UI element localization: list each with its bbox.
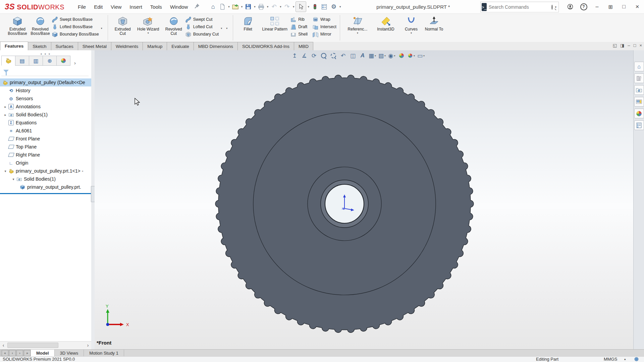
rib-button[interactable]: Rib (290, 16, 308, 23)
tree-item-history[interactable]: ⟲ History (0, 86, 91, 95)
tab-model[interactable]: Model (31, 350, 55, 357)
save-button[interactable] (244, 2, 253, 11)
tree-item-imported-part[interactable]: ▾ primary_output_pulley.prt.1<1> - (0, 167, 91, 175)
reference-caret-icon[interactable]: ▾ (343, 32, 372, 35)
expander-icon[interactable]: ▾ (3, 169, 8, 173)
edit-appearance-icon[interactable] (398, 52, 405, 60)
propertymanager-tab[interactable]: ▤ (15, 56, 29, 66)
linear-pattern-button[interactable]: Linear Pattern (259, 14, 290, 32)
menu-view[interactable]: View (107, 4, 125, 10)
mirror-button[interactable]: Mirror (312, 31, 336, 38)
hide-show-items-icon[interactable]: ◉ (388, 52, 395, 60)
swept-cut-button[interactable]: Swept Cut (185, 16, 219, 23)
redo-dropdown-icon[interactable]: ▾ (293, 5, 294, 8)
last-tab-button[interactable]: » (24, 350, 31, 356)
print-dropdown-icon[interactable]: ▾ (267, 5, 269, 8)
zoom-to-fit-icon[interactable] (320, 52, 327, 60)
print-button[interactable] (257, 2, 266, 11)
expander-icon[interactable]: ▾ (11, 177, 16, 181)
tab-3d-views[interactable]: 3D Views (55, 350, 84, 357)
file-properties-button[interactable] (320, 2, 329, 11)
cut-flyout-caret2-icon[interactable]: ▾ (224, 27, 229, 30)
annotation-views-icon[interactable]: A (359, 52, 366, 60)
model-canvas[interactable]: Y X (95, 50, 633, 349)
menu-tools[interactable]: Tools (146, 4, 166, 10)
tab-mbd[interactable]: MBD (294, 42, 313, 50)
rollback-bar[interactable] (0, 193, 91, 194)
view-orientation-icon[interactable]: ▦ (369, 52, 376, 60)
search-input[interactable] (487, 4, 551, 10)
tree-root-item[interactable]: primary_output_pulley (Default<<De (0, 78, 91, 86)
tree-horizontal-scrollbar[interactable]: ‹ › (0, 341, 91, 349)
section-view-icon[interactable]: ◫ (349, 52, 357, 60)
intersect-button[interactable]: Intersect (312, 23, 336, 31)
undo-button[interactable]: ↶ (270, 2, 278, 11)
shell-button[interactable]: Shell (290, 31, 308, 38)
home-button[interactable]: ⌂ (209, 2, 217, 11)
user-account-icon[interactable] (564, 0, 577, 13)
normal-to-button[interactable]: Normal To (423, 14, 445, 32)
design-library-button[interactable] (634, 73, 644, 83)
tree-item-equations[interactable]: Σ Equations (0, 119, 91, 127)
units-selector[interactable]: MMGS (604, 357, 617, 362)
tab-sketch[interactable]: Sketch (28, 42, 51, 50)
scroll-thumb[interactable] (7, 343, 58, 348)
save-dropdown-icon[interactable]: ▾ (254, 5, 256, 8)
search-dropdown-icon[interactable]: ▾ (555, 5, 556, 9)
minimize-button[interactable]: – (590, 0, 604, 13)
tab-evaluate[interactable]: Evaluate (167, 42, 194, 50)
search-icon[interactable] (551, 5, 553, 10)
measure-icon[interactable]: ∡ (301, 52, 308, 60)
pane-right-icon[interactable]: ◨ (620, 43, 624, 48)
tab-markup[interactable]: Markup (143, 42, 167, 50)
previous-view-icon[interactable]: ↶ (339, 52, 347, 60)
tree-item-front-plane[interactable]: Front Plane (0, 135, 91, 143)
view-settings-icon[interactable]: ▭ (417, 52, 425, 60)
tab-solidworks-add-ins[interactable]: SOLIDWORKS Add-Ins (237, 42, 294, 50)
new-document-button[interactable] (218, 2, 227, 11)
draft-button[interactable]: Draft (290, 23, 308, 31)
tree-item-top-plane[interactable]: Top Plane (0, 143, 91, 151)
select-tool-button[interactable] (296, 1, 306, 12)
units-caret-icon[interactable]: ▴ (624, 357, 626, 361)
boundary-cut-button[interactable]: Boundary Cut (185, 31, 219, 38)
menu-file[interactable]: File (74, 4, 90, 10)
scroll-left-icon[interactable]: ‹ (0, 343, 7, 348)
close-button[interactable]: × (631, 0, 644, 13)
extruded-boss-base-button[interactable]: Extruded Boss/Base (6, 14, 29, 36)
lofted-boss-base-button[interactable]: Lofted Boss/Base (52, 23, 99, 31)
dimxpertmanager-tab[interactable]: ⊕ (43, 56, 57, 66)
instant3d-button[interactable]: Instant3D (372, 14, 400, 32)
status-tag-icon[interactable] (634, 357, 639, 362)
tree-item-solid-bodies-child[interactable]: ▾ Solid Bodies(1) (0, 175, 91, 183)
file-explorer-button[interactable] (634, 85, 644, 95)
apply-scene-icon[interactable] (408, 52, 415, 60)
menu-insert[interactable]: Insert (125, 4, 146, 10)
curves-button[interactable]: Curves ▾ (400, 14, 423, 35)
appearances-button[interactable] (634, 109, 644, 118)
rebuild-button[interactable] (311, 2, 319, 11)
display-style-icon[interactable]: ▧ (378, 52, 386, 60)
doc-close-button[interactable]: × (639, 43, 642, 48)
first-tab-button[interactable]: « (2, 350, 8, 356)
tree-item-annotations[interactable]: ▸ A Annotations (0, 103, 91, 111)
tab-motion-study-1[interactable]: Motion Study 1 (84, 350, 124, 357)
swept-boss-base-button[interactable]: Swept Boss/Base (52, 16, 99, 23)
hole-wizard-button[interactable]: Hole Wizard ▾ (134, 14, 162, 35)
tab-features[interactable]: Features (0, 42, 28, 50)
scroll-right-icon[interactable]: › (85, 343, 91, 348)
pane-left-icon[interactable]: ◱ (613, 43, 617, 48)
panel-grip[interactable]: ● ● ● (29, 52, 62, 56)
revolved-boss-base-button[interactable]: Revolved Boss/Base (29, 14, 52, 36)
doc-restore-button[interactable]: □ (634, 43, 636, 48)
open-button[interactable] (231, 2, 240, 11)
menu-pin-icon[interactable] (194, 3, 200, 10)
displaymanager-tab[interactable] (56, 56, 70, 66)
panel-flyout-icon[interactable]: › (74, 60, 76, 66)
window-layout-button[interactable]: ⊞ (604, 0, 617, 13)
open-dropdown-icon[interactable]: ▾ (241, 5, 243, 8)
help-icon[interactable]: ? (577, 0, 590, 13)
tree-item-body[interactable]: primary_output_pulley.prt. (0, 183, 91, 191)
wrap-button[interactable]: Wrap (312, 16, 336, 23)
options-button[interactable]: ⚙ (329, 2, 338, 11)
